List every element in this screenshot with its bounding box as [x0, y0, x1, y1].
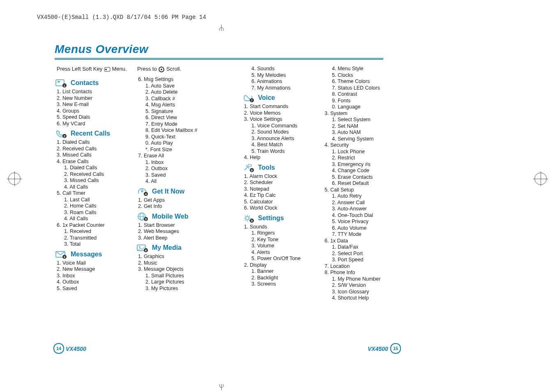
getitnow-items: 1. Get Apps 2. Get Info [138, 197, 219, 210]
tools-icon: 8 [242, 163, 256, 172]
settings-items: 1. Sounds 1. Ringers 2. Key Tone 3. Volu… [244, 224, 320, 288]
svg-text:1: 1 [64, 84, 65, 87]
column-3: 4. Sounds 5. My Melodies 6. Animations 7… [242, 66, 320, 288]
model-left: VX4500 [66, 346, 86, 352]
registration-mark-right [534, 173, 547, 185]
mymedia-cont-items: 4. Sounds 5. My Melodies 6. Animations 7… [244, 66, 320, 91]
column-2: 6. Msg Settings 1. Auto Save 2. Auto Del… [136, 76, 219, 293]
section-my-media: 6 My Media [136, 244, 219, 253]
section-voice: 7 Voice [242, 94, 320, 103]
crop-mark-top [216, 25, 226, 31]
section-tools: 8 Tools [242, 164, 320, 173]
navkey-icon [158, 67, 165, 72]
svg-text:4: 4 [145, 193, 147, 196]
registration-mark-left [8, 173, 21, 185]
mymedia-items: 1. Graphics 2. Music 3. Message Objects … [138, 254, 219, 292]
section-settings: 9 Settings [242, 214, 320, 223]
print-header: VX4500-(E)Small (1.3).QXD 8/17/04 5:06 P… [37, 14, 206, 21]
mobile-web-icon: 5 [136, 212, 150, 221]
title-rule-thick [55, 59, 383, 60]
instruction-left: Press Left Soft Key Menu. [57, 66, 127, 72]
svg-text:5: 5 [145, 218, 147, 221]
section-contacts: 1 Contacts [55, 79, 135, 88]
settings-cont-items: 4. Menu Style 5. Clocks 6. Theme Colors … [325, 66, 401, 302]
msg-settings-items: 6. Msg Settings 1. Auto Save 2. Auto Del… [138, 76, 219, 185]
svg-text:7: 7 [251, 99, 253, 102]
svg-point-7 [161, 69, 162, 70]
title-rule-thin [55, 58, 383, 58]
softkey-icon [104, 67, 111, 72]
svg-text:2: 2 [64, 135, 65, 138]
svg-text:8: 8 [251, 169, 253, 172]
tools-items: 1. Alarm Clock 2. Scheduler 3. Notepad 4… [244, 173, 320, 212]
column-1: 1 Contacts 1. List Contacts 2. New Numbe… [55, 76, 135, 293]
svg-rect-30 [248, 164, 251, 166]
section-recent-calls: 2 Recent Calls [55, 129, 135, 138]
section-get-it-now: 4 Get It Now [136, 187, 219, 196]
svg-rect-9 [58, 81, 60, 83]
mobileweb-items: 1. Start Browser 2. Web Messages 3. Aler… [138, 222, 219, 242]
page-title: Menus Overview [55, 43, 148, 56]
svg-text:3: 3 [64, 256, 65, 258]
svg-text:6: 6 [145, 249, 147, 252]
page-number-right: 15 [390, 343, 401, 354]
svg-point-5 [105, 69, 107, 70]
column-4: 4. Menu Style 5. Clocks 6. Theme Colors … [323, 66, 401, 302]
svg-point-33 [246, 217, 249, 220]
recent-items: 1. Dialed Calls 2. Received Calls 3. Mis… [57, 139, 135, 248]
svg-text:9: 9 [251, 219, 253, 222]
contacts-icon: 1 [55, 78, 68, 88]
messages-items: 1. Voice Mail 2. New Message 3. Inbox 4.… [57, 260, 135, 292]
my-media-icon: 6 [136, 243, 150, 252]
crop-mark-bottom [216, 384, 226, 390]
contacts-items: 1. List Contacts 2. New Number 3. New E-… [57, 89, 135, 127]
section-mobile-web: 5 Mobile Web [136, 212, 219, 221]
voice-icon: 7 [242, 93, 256, 102]
instruction-right: Press to Scroll. [137, 66, 181, 72]
svg-point-25 [139, 246, 140, 248]
section-messages: 3 Messages [55, 250, 135, 259]
recent-calls-icon: 2 [55, 129, 68, 138]
settings-icon: 9 [242, 214, 256, 223]
messages-icon: 3 [55, 250, 68, 259]
get-it-now-icon: 4 [136, 187, 150, 196]
model-right: VX4500 [368, 346, 388, 352]
page-number-left: 14 [53, 343, 64, 354]
voice-items: 1. Start Commands 2. Voice Memos 3. Voic… [244, 104, 320, 161]
